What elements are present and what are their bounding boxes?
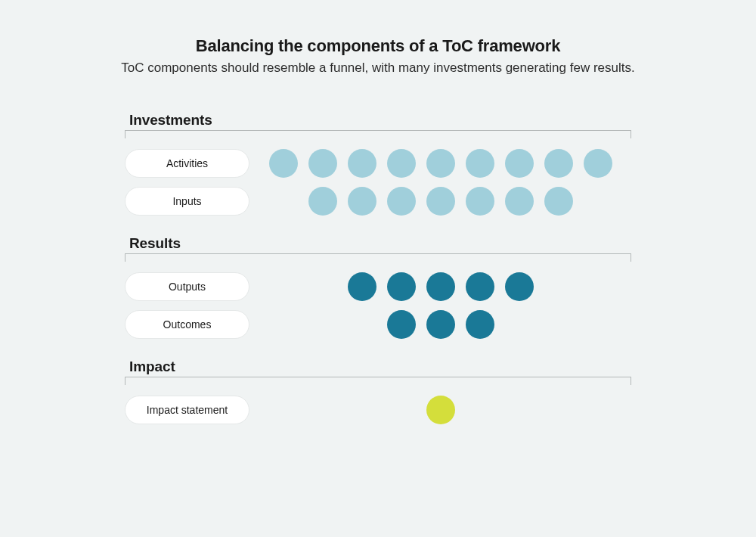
dot-icon — [466, 149, 494, 178]
dot-icon — [466, 310, 494, 339]
dot-icon — [308, 149, 337, 178]
dot-icon — [505, 272, 534, 301]
dot-field-outcomes — [249, 310, 631, 339]
section-title-impact: Impact — [129, 359, 631, 375]
diagram-body: Investments Activities — [0, 112, 756, 424]
dot-icon — [426, 149, 455, 178]
dot-icon — [426, 310, 455, 339]
dot-icon — [348, 149, 376, 178]
dot-icon — [584, 149, 612, 178]
bracket-icon — [125, 377, 631, 385]
pill-label: Inputs — [172, 195, 201, 207]
dot-icon — [348, 187, 376, 216]
dot-icon — [387, 187, 416, 216]
pill-label: Outcomes — [163, 318, 212, 331]
dot-icon — [387, 272, 416, 301]
pill-label: Impact statement — [147, 404, 228, 416]
dot-icon — [426, 272, 455, 301]
pill-label: Activities — [166, 157, 208, 169]
dot-icon — [387, 149, 416, 178]
section-title-results: Results — [129, 235, 631, 252]
bracket-icon — [125, 130, 631, 138]
pill-outputs: Outputs — [125, 272, 249, 301]
dot-icon — [387, 310, 416, 339]
dot-field-inputs — [249, 187, 631, 216]
dot-field-impact — [249, 396, 631, 424]
bracket-icon — [125, 253, 631, 262]
row-outputs: Outputs — [125, 272, 631, 301]
row-outcomes: Outcomes — [125, 310, 631, 339]
dot-field-outputs — [249, 272, 631, 301]
row-inputs: Inputs — [125, 187, 631, 216]
dot-icon — [544, 187, 573, 216]
dot-icon — [426, 396, 455, 424]
section-title-investments: Investments — [129, 112, 631, 129]
dot-icon — [544, 149, 573, 178]
row-impact-statement: Impact statement — [125, 396, 631, 424]
section-investments: Investments Activities — [125, 112, 631, 216]
dot-icon — [348, 272, 376, 301]
dot-icon — [466, 272, 494, 301]
pill-activities: Activities — [125, 149, 249, 178]
section-results: Results Outputs Outcomes — [125, 235, 631, 339]
row-activities: Activities — [125, 149, 631, 178]
pill-impact-statement: Impact statement — [125, 396, 249, 424]
pill-outcomes: Outcomes — [125, 310, 249, 339]
pill-label: Outputs — [169, 281, 206, 293]
dot-icon — [308, 187, 337, 216]
dot-field-activities — [249, 149, 631, 178]
diagram-title: Balancing the components of a ToC framew… — [0, 36, 756, 56]
diagram-subtitle: ToC components should resemble a funnel,… — [0, 61, 756, 76]
diagram-canvas: Balancing the components of a ToC framew… — [0, 0, 756, 537]
dot-icon — [505, 187, 534, 216]
dot-icon — [269, 149, 298, 178]
section-impact: Impact Impact statement — [125, 359, 631, 424]
dot-icon — [426, 187, 455, 216]
dot-icon — [505, 149, 534, 178]
pill-inputs: Inputs — [125, 187, 249, 216]
dot-icon — [466, 187, 494, 216]
